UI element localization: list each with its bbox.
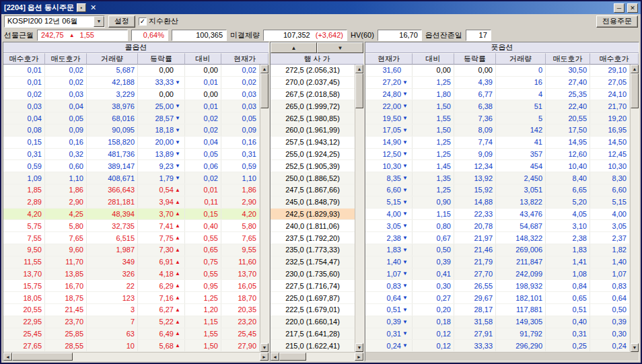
strike-row[interactable]: 245,0 (1.848,79) <box>271 196 355 209</box>
table-row[interactable]: 0,040,0568,01628,57▼0,020,05 <box>3 112 260 124</box>
table-row[interactable]: 0,31▼0,1227,9191,7920,310,30 <box>365 328 630 340</box>
scroll-up-icon[interactable]: ▲ <box>260 65 269 73</box>
strike-row[interactable]: 225,0 (1.697,87) <box>271 292 355 304</box>
scroll-thumb[interactable] <box>631 73 639 108</box>
tab-close-icon[interactable]: ✕ <box>89 3 98 12</box>
table-row[interactable]: 10,30▼1,4512,3445410,4010,30 <box>365 160 630 172</box>
table-row[interactable]: 0,010,0242,18833,33▼0,010,02 <box>3 77 260 89</box>
scroll-track[interactable] <box>631 73 639 343</box>
scroll-left-icon[interactable]: ◄ <box>3 353 12 361</box>
table-row[interactable]: 9,509,601,9877,30▲0,659,55 <box>3 244 260 256</box>
title-tab-icon[interactable]: ▪ <box>77 3 86 12</box>
column-header[interactable]: 매도호가 <box>45 53 87 65</box>
strike-row[interactable]: 260,0 (1.961,99) <box>271 124 355 137</box>
table-row[interactable]: 0,150,16158,82020,00▼0,040,16 <box>3 137 260 149</box>
scroll-up-icon[interactable]: ▲ <box>631 65 639 73</box>
column-header[interactable]: 현재가 <box>221 53 269 65</box>
scroll-down-icon[interactable]: ▼ <box>355 343 363 352</box>
table-row[interactable]: 1,83▼0,5021,46269,0061,831,82 <box>365 244 630 256</box>
table-row[interactable]: 1,07▼0,4127,70242,0991,081,07 <box>365 268 630 281</box>
table-row[interactable]: 0,310,32481,73613,89▼0,050,31 <box>3 149 260 161</box>
table-row[interactable]: 5,15▼0,9014,8813,8225,205,15 <box>365 196 630 209</box>
table-row[interactable]: 2,38▼0,6721,97148,3222,382,37 <box>365 232 630 244</box>
column-header[interactable]: 매수호가 <box>3 53 45 65</box>
scroll-track[interactable] <box>260 73 269 343</box>
table-row[interactable]: 4,00▼1,1522,3343,4764,054,00 <box>365 209 630 221</box>
table-row[interactable]: 19,50▼1,557,36520,5519,20 <box>365 112 630 124</box>
strike-row[interactable]: 240,0 (1.811,06) <box>271 220 355 232</box>
scroll-right-icon[interactable]: ► <box>260 353 269 361</box>
strike-vertical-scrollbar[interactable]: ▲ ▼ <box>355 65 363 352</box>
sort-down-button[interactable]: ▼ <box>317 42 363 53</box>
table-row[interactable]: 14,90▼1,257,744114,9514,50 <box>365 137 630 149</box>
column-header[interactable]: 현재가 <box>365 53 413 65</box>
column-header[interactable]: 거래량 <box>87 53 138 65</box>
table-row[interactable]: 13,7013,853264,18▲0,5513,70 <box>3 268 260 281</box>
chevron-down-icon[interactable]: ▼ <box>94 16 104 27</box>
scroll-thumb[interactable] <box>355 73 363 108</box>
scroll-track[interactable] <box>355 73 363 343</box>
strike-row[interactable]: 215,0 (1.622,41) <box>271 340 355 352</box>
scroll-down-icon[interactable]: ▼ <box>260 343 269 352</box>
table-row[interactable]: 0,83▼0,3026,55198,9320,840,83 <box>365 280 630 292</box>
table-row[interactable]: 0,51▼0,2028,17117,8810,510,50 <box>365 304 630 316</box>
scroll-up-icon[interactable]: ▲ <box>355 65 363 73</box>
table-row[interactable]: 2,892,90281,1813,94▲0,112,90 <box>3 196 260 209</box>
table-row[interactable]: 0,64▼0,2729,67182,1010,650,64 <box>365 292 630 304</box>
strike-row[interactable]: 250,0 (1.886,52) <box>271 172 355 184</box>
strike-horizontal-scrollbar[interactable]: ◄ ► <box>271 352 363 361</box>
close-icon[interactable]: ✕ <box>627 3 638 13</box>
table-row[interactable]: 12,50▼1,259,0935712,6012,45 <box>365 149 630 161</box>
table-row[interactable]: 8,35▼1,3513,922,4508,408,30 <box>365 172 630 184</box>
minimize-icon[interactable]: ─ <box>614 3 625 13</box>
table-row[interactable]: 27,20▼1,254,391627,4027,05 <box>365 77 630 89</box>
strike-row[interactable]: 265,0 (1.999,72) <box>271 100 355 112</box>
strike-row[interactable]: 270,0 (2.037,45) <box>271 77 355 89</box>
scroll-right-icon[interactable]: ► <box>355 353 363 361</box>
table-row[interactable]: 0,020,033,2290,000,000,03 <box>3 89 260 101</box>
table-row[interactable]: 6,60▼1,2515,923,0516,656,60 <box>365 184 630 196</box>
column-header[interactable]: 등락률 <box>454 53 496 65</box>
table-row[interactable]: 17,05▼1,508,0914217,5016,95 <box>365 124 630 137</box>
table-row[interactable]: 22,00▼1,506,385122,4021,70 <box>365 100 630 112</box>
put-vertical-scrollbar[interactable]: ▲ ▼ <box>630 65 639 352</box>
scroll-thumb[interactable] <box>12 353 73 361</box>
column-header[interactable]: 등락률 <box>138 53 185 65</box>
dedicated-order-button[interactable]: 전용주문 <box>596 15 638 28</box>
contract-month-select[interactable]: KOSPI200 12년 06월 ▼ <box>4 15 105 28</box>
strike-row[interactable]: 227,5 (1.716,74) <box>271 280 355 292</box>
scroll-track[interactable] <box>12 353 260 361</box>
scroll-thumb[interactable] <box>260 73 269 108</box>
strike-row[interactable]: 255,0 (1.924,25) <box>271 149 355 161</box>
strike-row[interactable]: 242,5 (1.829,93) <box>271 209 355 221</box>
table-row[interactable]: 20,5521,4536,27▲1,2020,35 <box>3 304 260 316</box>
table-row[interactable]: 1,091,10408,6711,79▼0,021,10 <box>3 172 260 184</box>
column-header[interactable]: 대비 <box>185 53 221 65</box>
index-convert-checkbox-wrap[interactable]: ✓ 지수환산 <box>139 16 178 26</box>
strike-row[interactable]: 220,0 (1.660,14) <box>271 316 355 328</box>
scroll-down-icon[interactable]: ▼ <box>631 343 639 352</box>
column-header[interactable]: 매도호가 <box>546 53 590 65</box>
scroll-left-icon[interactable]: ◄ <box>271 353 279 361</box>
call-vertical-scrollbar[interactable]: ▲ ▼ <box>260 65 269 352</box>
scroll-track[interactable] <box>279 353 355 361</box>
table-row[interactable]: 1,851,86366,6430,54▲0,011,86 <box>3 184 260 196</box>
strike-row[interactable]: 257,5 (1.943,12) <box>271 137 355 149</box>
table-row[interactable]: 0,010,025,6870,000,000,02 <box>3 65 260 77</box>
table-row[interactable]: 5,755,8032,7357,41▲0,405,80 <box>3 220 260 232</box>
strike-row[interactable]: 230,0 (1.735,60) <box>271 268 355 281</box>
settings-button[interactable]: 설정 <box>108 15 135 28</box>
strike-row[interactable]: 267,5 (2.018,58) <box>271 89 355 101</box>
table-row[interactable]: 24,80▼1,806,77425,3524,10 <box>365 89 630 101</box>
strike-row[interactable]: 217,5 (1.641,28) <box>271 328 355 340</box>
table-row[interactable]: 11,5511,703496,91▲0,7511,60 <box>3 256 260 268</box>
column-header[interactable]: 거래량 <box>496 53 546 65</box>
table-row[interactable]: 22,9523,7075,22▲1,1523,20 <box>3 316 260 328</box>
checkbox-check-icon[interactable]: ✓ <box>139 17 147 26</box>
call-horizontal-scrollbar[interactable]: ◄ ► <box>3 352 269 361</box>
table-row[interactable]: 7,557,656,5157,75▲0,557,65 <box>3 232 260 244</box>
table-row[interactable]: 4,204,2548,3943,70▲0,154,20 <box>3 209 260 221</box>
table-row[interactable]: 25,4525,85636,49▲1,5525,45 <box>3 328 260 340</box>
strike-row[interactable]: 232,5 (1.754,47) <box>271 256 355 268</box>
scroll-thumb[interactable] <box>279 353 306 361</box>
